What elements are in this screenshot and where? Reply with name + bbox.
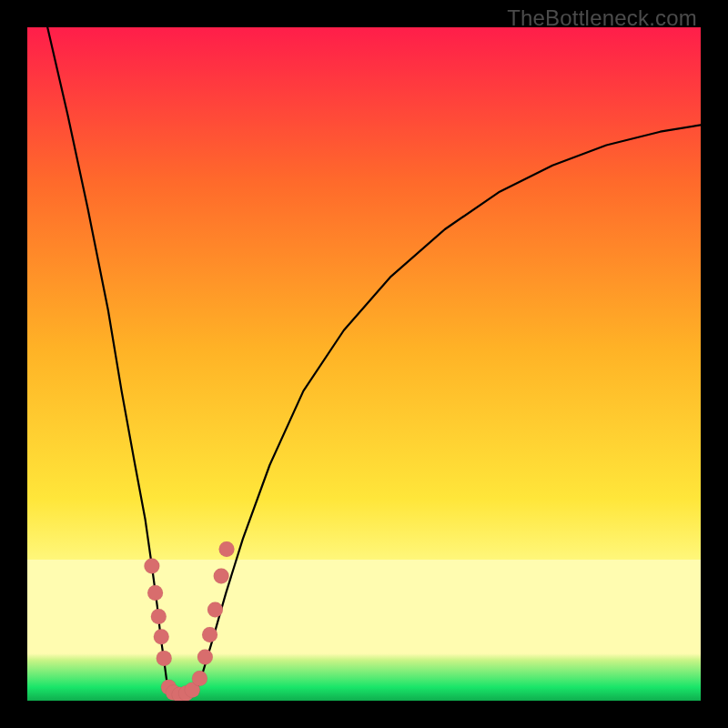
curve-layer — [27, 27, 701, 701]
data-dot — [197, 649, 213, 664]
watermark-text: TheBottleneck.com — [507, 5, 697, 31]
chart-frame: TheBottleneck.com — [0, 0, 728, 728]
data-dot — [207, 602, 223, 618]
bottleneck-curve — [47, 27, 701, 698]
data-dot — [214, 569, 229, 584]
data-dot — [157, 651, 172, 666]
plot-area — [27, 27, 701, 701]
data-dot — [192, 671, 207, 686]
data-dot — [144, 559, 159, 574]
data-dot — [151, 609, 167, 624]
data-dot — [202, 627, 217, 642]
data-dot — [147, 585, 163, 601]
data-dot — [219, 541, 235, 557]
data-dots — [144, 541, 234, 701]
data-dot — [154, 629, 169, 644]
